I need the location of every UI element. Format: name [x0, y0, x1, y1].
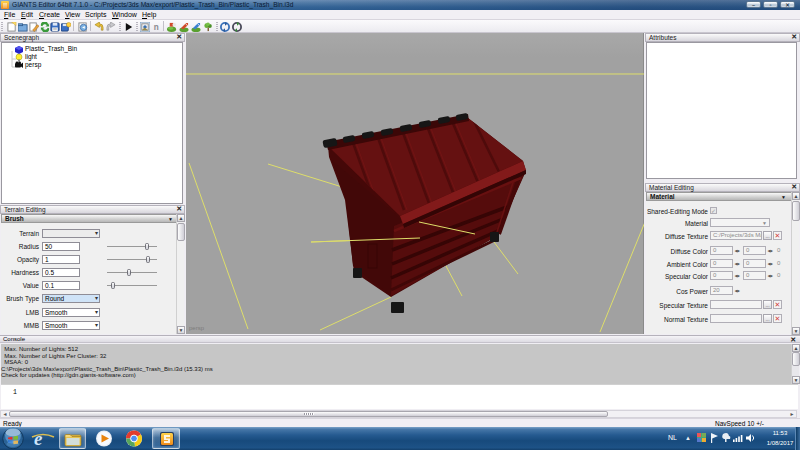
svg-text:e: e — [34, 428, 43, 449]
svg-text:n: n — [154, 23, 159, 32]
